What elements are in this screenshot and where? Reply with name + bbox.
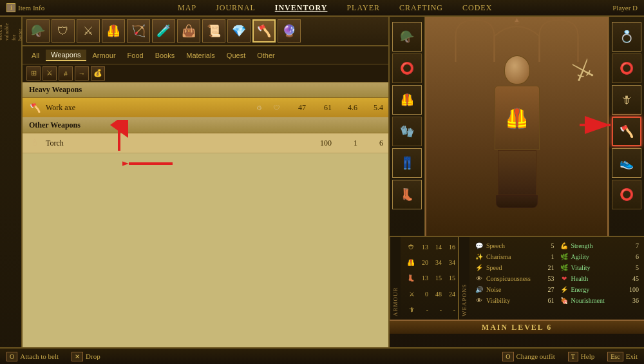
health-name: Health bbox=[571, 275, 624, 282]
tab-food[interactable]: Food bbox=[122, 50, 149, 61]
weapon-icon-2: 🗡 bbox=[403, 306, 415, 313]
main-level-bar: MAIN LEVEL 6 bbox=[390, 320, 644, 334]
speech-value: 5 bbox=[542, 242, 554, 249]
equip-slot-ring1[interactable]: 💍 bbox=[612, 22, 641, 52]
category-icons-row: 🪖 🛡 ⚔ 🦺 🏹 🧪 👜 📜 💎 🪓 🔮 bbox=[23, 17, 388, 46]
nav-map[interactable]: MAP bbox=[178, 3, 196, 13]
cat-icon-potion[interactable]: 🧪 bbox=[152, 19, 175, 43]
agility-icon: 🌿 bbox=[560, 252, 569, 261]
equip-slot-neck[interactable]: ⭕ bbox=[392, 53, 422, 83]
tab-materials[interactable]: Materials bbox=[181, 50, 220, 61]
visibility-name: Visibility bbox=[486, 297, 539, 304]
nav-codex[interactable]: CODEX bbox=[462, 3, 492, 13]
cat-icon-sword[interactable]: ⚔ bbox=[77, 19, 100, 43]
char-head bbox=[504, 55, 530, 84]
sub-filter-hash[interactable]: # bbox=[59, 66, 73, 81]
stat-strength: 💪 Strength 7 bbox=[560, 241, 639, 250]
cat-icon-axe[interactable]: 🪓 bbox=[252, 19, 276, 43]
tab-all[interactable]: All bbox=[26, 50, 44, 61]
top-nav-bar: ℹ Item Info MAP JOURNAL INVENTORY PLAYER… bbox=[0, 0, 644, 17]
conspicuousness-name: Conspicuousness bbox=[486, 275, 539, 282]
armour-row-2: 🦺 20 34 34 bbox=[403, 259, 455, 266]
equip-slot-weapon2[interactable]: 🪓 bbox=[612, 117, 641, 146]
drop-key: ✕ bbox=[71, 352, 83, 361]
help-action[interactable]: T Help bbox=[568, 352, 595, 361]
drop-action[interactable]: ✕ Drop bbox=[71, 352, 100, 361]
main-level-label: MAIN LEVEL 6 bbox=[482, 323, 552, 332]
char-figure-container: 🦺 bbox=[475, 55, 559, 216]
tab-other[interactable]: Other bbox=[252, 50, 280, 61]
tab-books[interactable]: Books bbox=[150, 50, 180, 61]
sub-filter-arrow[interactable]: → bbox=[75, 66, 89, 81]
equip-slot-misc[interactable]: ⭕ bbox=[612, 180, 641, 209]
cat-icon-armor[interactable]: 🦺 bbox=[102, 19, 125, 43]
cat-icon-gem[interactable]: 💎 bbox=[227, 19, 251, 43]
nourishment-icon: 🍖 bbox=[560, 296, 569, 305]
nav-inventory[interactable]: INVENTORY bbox=[275, 3, 328, 13]
energy-value: 100 bbox=[626, 286, 639, 293]
item-info-section: ℹ Item Info bbox=[6, 3, 44, 12]
equip-slot-chest[interactable]: 🦺 bbox=[392, 85, 422, 115]
equip-slot-ring2[interactable]: ⭕ bbox=[612, 53, 641, 83]
equip-slot-belt[interactable]: 👟 bbox=[612, 148, 641, 178]
equip-slot-head[interactable]: 🪖 bbox=[392, 22, 422, 52]
item-row-torch[interactable]: 🕯 Torch 100 1 6 bbox=[23, 133, 388, 153]
stat3: 4.6 bbox=[339, 103, 357, 113]
left-sidebar: work invaluableforbetter bbox=[0, 17, 23, 364]
sub-filter-coin[interactable]: 💰 bbox=[91, 66, 105, 81]
nav-journal[interactable]: JOURNAL bbox=[216, 3, 256, 13]
filter-tabs-row: All Weapons Armour Food Books Materials … bbox=[23, 46, 388, 64]
char-legs bbox=[498, 150, 536, 195]
nav-links: MAP JOURNAL INVENTORY PLAYER CRAFTING CO… bbox=[57, 3, 612, 13]
stats-main-area: 💬 Speech 5 ✨ Charisma 1 ⚡ Speed 21 bbox=[469, 237, 644, 320]
strength-value: 7 bbox=[626, 242, 639, 249]
sub-filter-all[interactable]: ⊞ bbox=[26, 66, 41, 81]
stats-left-col: 💬 Speech 5 ✨ Charisma 1 ⚡ Speed 21 bbox=[475, 241, 554, 316]
conspicuousness-value: 53 bbox=[542, 275, 554, 282]
cat-icon-bag[interactable]: 👜 bbox=[177, 19, 200, 43]
nav-player[interactable]: PLAYER bbox=[346, 3, 380, 13]
tab-weapons[interactable]: Weapons bbox=[46, 50, 86, 61]
player-label: Player D bbox=[612, 4, 638, 12]
cat-icon-misc[interactable]: 🔮 bbox=[278, 19, 301, 43]
armour-icon-1: ⛑ bbox=[403, 244, 415, 251]
equipment-area: 🪖 ⭕ 🦺 🧤 👖 👢 bbox=[390, 17, 644, 236]
armour-label: ARMOUR bbox=[390, 237, 401, 320]
weapon-row-1: ⚔ 0 48 24 bbox=[403, 291, 455, 298]
armour-row-1: ⛑ 13 14 16 bbox=[403, 244, 455, 251]
stat-visibility: 👁 Visibility 61 bbox=[475, 296, 554, 305]
change-outfit-action[interactable]: O Change outfit bbox=[502, 352, 554, 361]
exit-action[interactable]: Esc Exit bbox=[607, 352, 638, 361]
weapon-row-2: 🗡 - - - bbox=[403, 306, 455, 313]
char-feet bbox=[496, 195, 538, 208]
equip-slot-feet[interactable]: 👢 bbox=[392, 180, 422, 209]
sub-filter-sword[interactable]: ⚔ bbox=[43, 66, 57, 81]
inventory-panel: 🪖 🛡 ⚔ 🦺 🏹 🧪 👜 📜 💎 🪓 🔮 All Weapons Armour… bbox=[23, 17, 390, 364]
sub-filter-row: ⊞ ⚔ # → 💰 bbox=[23, 64, 388, 82]
tab-armour[interactable]: Armour bbox=[88, 50, 121, 61]
cat-icon-shield[interactable]: 🛡 bbox=[52, 19, 75, 43]
cat-icon-scroll[interactable]: 📜 bbox=[202, 19, 225, 43]
cat-icon-bow[interactable]: 🏹 bbox=[127, 19, 150, 43]
equip-right-column: 💍 ⭕ 🗡 🪓 👟 ⭕ bbox=[609, 17, 644, 236]
stat-speed: ⚡ Speed 21 bbox=[475, 263, 554, 272]
nav-crafting[interactable]: CRAFTING bbox=[399, 3, 443, 13]
tab-quest[interactable]: Quest bbox=[222, 50, 251, 61]
stat-noise: 🔊 Noise 27 bbox=[475, 285, 554, 294]
cat-icon-helmet[interactable]: 🪖 bbox=[26, 19, 50, 43]
attach-belt-key: O bbox=[6, 352, 17, 361]
change-outfit-label: Change outfit bbox=[516, 352, 555, 360]
visibility-value: 61 bbox=[542, 297, 554, 304]
armour-row-3: 👢 13 15 15 bbox=[403, 274, 455, 282]
item-row-work-axe[interactable]: 🪓 Work axe ⚙ 🛡 47 61 4.6 5.4 bbox=[23, 98, 388, 118]
stat-health: ❤ Health 45 bbox=[560, 274, 639, 283]
noise-value: 27 bbox=[542, 286, 554, 293]
attach-belt-label: Attach to belt bbox=[20, 352, 59, 360]
equip-slot-weapon1[interactable]: 🗡 bbox=[612, 85, 641, 115]
equip-slot-hands[interactable]: 🧤 bbox=[392, 117, 422, 146]
noise-icon: 🔊 bbox=[475, 285, 484, 294]
armour-numbers: ⛑ 13 14 16 🦺 20 34 34 👢 13 15 15 bbox=[401, 237, 459, 320]
vitality-value: 5 bbox=[626, 264, 639, 271]
attach-belt-action[interactable]: O Attach to belt bbox=[6, 352, 59, 361]
equip-slot-legs[interactable]: 👖 bbox=[392, 148, 422, 178]
